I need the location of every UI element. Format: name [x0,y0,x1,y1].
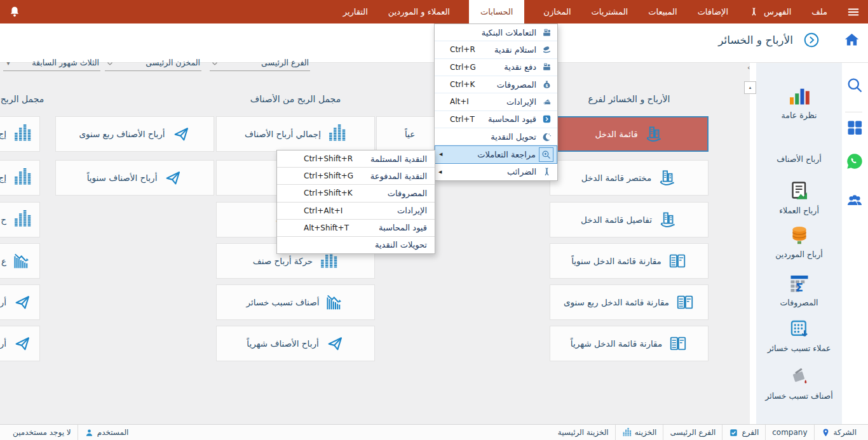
users-icon[interactable] [846,192,864,210]
sidebar-item[interactable]: أصناف تسبب خسائر [756,365,842,401]
topbar-menu-label: المبيعات [648,7,677,17]
gridarrow-icon [788,317,811,340]
filter-label: المخزن الرئيسى [146,58,200,67]
topbar-menu-item[interactable]: المبيعات [647,0,678,23]
home-icon[interactable] [843,31,860,48]
topbar-menu-item[interactable]: التقارير [342,0,369,23]
forward-circle-icon[interactable] [803,32,820,48]
menu-item[interactable]: دفع نقديةCtrl+G [435,59,557,76]
whatsapp-icon[interactable] [846,152,864,170]
menu-item-label: قيود المحاسبة [488,114,536,124]
report-card[interactable]: مقارنة قائمة الدخل سنوياً [550,243,709,279]
sidebar-item[interactable]: نظرة عامة [756,84,842,120]
magplus-icon [541,149,552,160]
scroll-up-button[interactable]: ▴ [744,81,756,94]
report-card-label: إج [0,173,6,183]
menu-item[interactable]: الإيراداتAlt+I [435,93,557,110]
topbar-menu-item[interactable]: العملاء و الموردين [387,0,451,23]
menu-item[interactable]: تحويل النقدية [435,128,557,145]
submenu-shortcut: Alt+Shift+T [304,223,349,232]
submenu-item[interactable]: الإيراداتCtrl+Alt+I [277,203,435,220]
menu-item[interactable]: قيود المحاسبةCtrl+T [435,111,557,128]
svg-text:Σ: Σ [795,281,803,294]
status-bar: الشركةcompanyالفرعالفرع الرئيسىالخزينهال… [0,424,868,440]
notifications-bell-icon[interactable] [8,5,22,19]
status-item-label: الشركة [834,428,857,437]
submenu-item[interactable]: تحويلات النقدية [277,237,435,253]
report-card[interactable]: أرباح الأصناف ربع سنوى [55,116,214,152]
report-card-label: أرب [0,338,6,349]
report-card[interactable]: ح [0,202,40,237]
report-card[interactable]: مقارنة قائمة الدخل ربع سنوى [550,284,709,320]
menu-item[interactable]: $المصروفاتCtrl+K [435,76,557,93]
filter-select-1[interactable]: الفرع الرئيسى [210,57,310,71]
apps-grid-icon[interactable] [846,119,864,137]
sidebar-collapse-icon[interactable]: › [747,63,750,72]
report-card[interactable]: أرباح الأصناف سنوياً [55,160,214,196]
submenu-item[interactable]: النقدية المستلمةCtrl+Shift+R [277,150,435,168]
topbar-menu-item[interactable]: المشتريات [590,0,630,23]
status-item: الشركة [815,425,863,440]
menu-item-label: تحويل النقدية [491,132,536,142]
page-title: الأرباح و الخسائر [718,34,793,46]
topbar-menu-item[interactable]: الفهرس [747,0,792,23]
moneyfan-icon [541,97,552,107]
submenu-item-label: المصروفات [388,189,427,198]
status-item-label: الفرع [742,428,759,437]
sidebar-item[interactable]: Σالمصروفات [756,272,842,307]
sidebar-item[interactable]: أرباح الموردين [756,223,842,259]
submenu-shortcut: Ctrl+Shift+K [304,189,353,197]
report-card[interactable]: أصناف تسبب خسائر [216,284,375,320]
report-card[interactable]: مقارنة قائمة الدخل شهرياً [550,326,709,361]
docchart-icon [788,180,811,203]
topbar-menu-item[interactable]: الإضافات [696,0,729,23]
crescent-icon [541,131,552,142]
report-card[interactable]: أرباح الأصناف شهرياً [216,326,375,361]
menu-shortcut: Ctrl+G [450,63,476,72]
status-item-label: الخزينه [635,428,657,437]
status-item-label: لا يوجد مستخدمين [13,428,71,437]
status-separator [765,425,766,440]
report-card[interactable]: أرب [0,284,40,320]
report-card[interactable]: تفاصيل قائمة الدخل [550,202,709,237]
report-card-label: ح [1,215,6,225]
filter-select-2[interactable]: المخزن الرئيسى [105,57,201,71]
report-card[interactable]: إجمالي أرباح الأصناف [216,116,375,152]
menu-item[interactable]: الضرائب◀ [435,164,557,180]
report-card[interactable]: إج [0,116,40,152]
submenu-item-label: قيود المحاسبة [379,223,427,232]
report-card[interactable]: أرب [0,326,40,361]
pin-icon [821,428,831,437]
topbar-menu-label: الحسابات [480,7,513,17]
menu-shortcut: Ctrl+T [450,115,475,124]
sidebar-item[interactable]: أرباح العملاء [756,180,842,215]
ribbonblue-icon [541,166,552,177]
status-item: الفرع [722,425,765,440]
menu-item-label: التعاملات البنكية [482,28,536,37]
menu-item-label: الضرائب [507,167,536,177]
submenu-item[interactable]: المصروفاتCtrl+Shift+K [277,185,435,202]
topbar-menu-item-active[interactable]: الحسابات [469,0,524,23]
submenu-item-label: تحويلات النقدية [375,240,427,250]
topbar-menu-item[interactable]: ملف [810,0,829,23]
menu-item-highlighted[interactable]: مراجعة التعاملات◀ [435,145,557,163]
menu-item[interactable]: استلام نقديةCtrl+R [435,41,557,58]
submenu-item[interactable]: النقدية المدفوعةCtrl+Shift+G [277,168,435,185]
hamburger-menu-icon[interactable] [846,5,860,19]
report-card-label: مقارنة قائمة الدخل شهرياً [571,338,662,349]
report-card[interactable]: إج [0,160,40,196]
filter-select-3[interactable]: الثلاث شهور السابقة▾ [3,57,100,71]
buildhand-icon [644,124,663,143]
submenu-item[interactable]: قيود المحاسبةAlt+Shift+T [277,220,435,237]
search-icon[interactable] [846,76,864,94]
sidebar-item[interactable]: أرباح الأصناف [756,154,842,164]
topbar-menu-item[interactable]: المخازن [542,0,572,23]
report-card[interactable]: ع [0,243,40,279]
sidebar-item-label: نظرة عامة [756,110,842,120]
report-card[interactable]: مختصر قائمة الدخل [550,160,709,196]
report-card-selected[interactable]: قائمة الدخل [550,116,709,152]
sidebar-item[interactable]: عملاء تسبب خسائر [756,317,842,353]
menu-item[interactable]: التعاملات البنكية [435,24,557,41]
topbar-menu-label: الإضافات [698,7,728,17]
plane-icon [172,124,191,143]
